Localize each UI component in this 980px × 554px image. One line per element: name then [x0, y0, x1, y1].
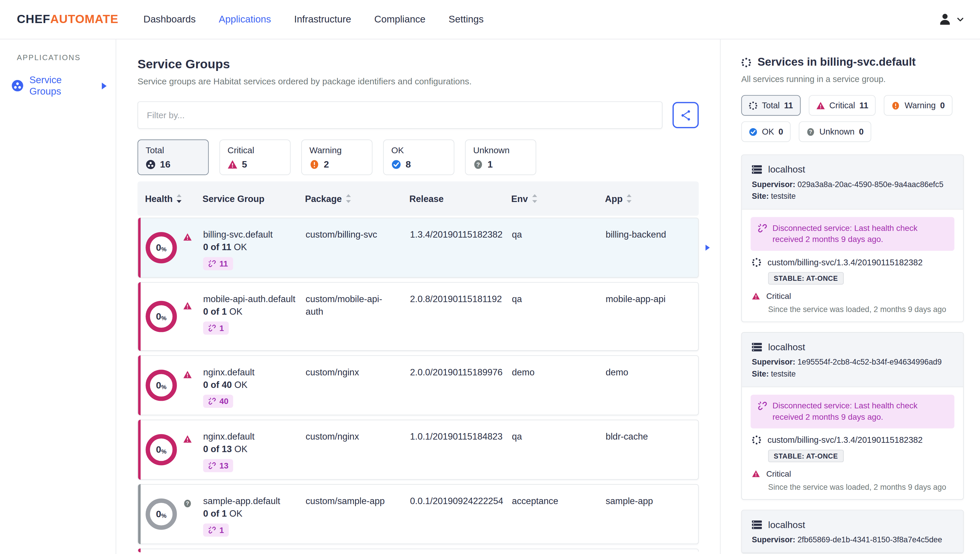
column-header-release[interactable]: Release [409, 193, 511, 203]
sort-icon[interactable] [177, 194, 182, 203]
service-supervisor: Supervisor: 029a3a8a-20ac-4590-850e-9a4a… [752, 180, 953, 189]
broken-link-icon [208, 526, 216, 534]
server-icon [752, 342, 762, 352]
ok-count: 0 of 40 OK [203, 378, 297, 391]
summary-card-ok[interactable]: OK8 [383, 139, 454, 175]
main-content: Service Groups Service groups are Habita… [116, 39, 720, 554]
service-package: custom/billing-svc/1.3.4/20190115182382 [767, 258, 923, 267]
sidebar-item-service-groups[interactable]: Service Groups [0, 71, 116, 101]
service-card[interactable]: localhostSupervisor: 2fb65869-de1b-4341-… [741, 509, 964, 553]
status-pill-row: OK0?Unknown0 [741, 121, 964, 142]
share-button[interactable] [673, 102, 699, 128]
summary-card-unknown[interactable]: Unknown?1 [465, 139, 536, 175]
service-group-row-mobile-api-auth-default[interactable]: 0%mobile-api-auth.default0 of 1 OK1custo… [137, 282, 698, 351]
chef-automate-app: CHEFAUTOMATE DashboardsApplicationsInfra… [0, 0, 980, 554]
summary-card-label: OK [391, 145, 446, 155]
disconnected-count: 13 [220, 461, 228, 469]
service-group-row-billing-svc-default[interactable]: 0%billing-svc.default0 of 11 OK11custom/… [137, 218, 698, 278]
disconnected-badge: 11 [203, 257, 233, 270]
status-pill-total[interactable]: Total11 [741, 95, 800, 116]
critical-icon [183, 434, 192, 443]
broken-link-icon [208, 260, 216, 268]
health-donut: 0% [146, 498, 177, 530]
summary-card-total[interactable]: Total16 [137, 139, 208, 175]
broken-link-icon [208, 324, 216, 332]
column-header-service-group[interactable]: Service Group [202, 193, 305, 203]
service-card-body: Disconnected service: Last health check … [742, 209, 963, 322]
service-card[interactable]: localhostSupervisor: 029a3a8a-20ac-4590-… [741, 155, 964, 322]
summary-card-warning[interactable]: Warning2 [301, 139, 372, 175]
health-cell: 0% [138, 218, 203, 277]
app-cell: demo [606, 356, 698, 415]
column-header-env[interactable]: Env [511, 193, 605, 203]
service-card-header: localhostSupervisor: 1e95554f-2cb8-4c52-… [742, 333, 963, 387]
service-group-name: nginx.default [203, 430, 297, 443]
column-header-health[interactable]: Health [137, 193, 202, 203]
service-package: custom/billing-svc/1.3.4/20190115182382 [767, 435, 923, 445]
pill-label: OK [762, 127, 774, 136]
service-status: Critical [766, 292, 791, 301]
pill-value: 0 [859, 127, 864, 136]
status-pill-critical[interactable]: Critical11 [808, 95, 876, 116]
status-pill-unknown[interactable]: ?Unknown0 [799, 121, 871, 142]
detail-panel: Services in billing-svc.default All serv… [720, 39, 980, 554]
column-header-package[interactable]: Package [305, 193, 409, 203]
service-card[interactable]: localhostSupervisor: 1e95554f-2cb8-4c52-… [741, 332, 964, 500]
column-label: Release [409, 193, 444, 203]
health-percent: 0 [156, 241, 161, 254]
env-cell: demo [512, 356, 606, 415]
person-icon [937, 12, 952, 27]
status-pill-warning[interactable]: Warning0 [884, 95, 952, 116]
page-subtitle: Service groups are Habitat services orde… [137, 76, 698, 86]
brand-logo[interactable]: CHEFAUTOMATE [17, 13, 118, 26]
pill-label: Critical [829, 101, 855, 110]
nav-item-settings[interactable]: Settings [449, 14, 484, 25]
health-percent-sign: % [161, 312, 167, 324]
filter-input[interactable] [137, 101, 662, 129]
disconnected-badge: 40 [203, 394, 233, 408]
row-health-accent [138, 355, 141, 415]
channel-chip: STABLE: AT-ONCE [768, 450, 844, 462]
critical-icon [228, 159, 237, 169]
sidebar-item-label: Service Groups [29, 74, 95, 97]
chevron-down-icon [957, 17, 964, 22]
service-card-header: localhostSupervisor: 2fb65869-de1b-4341-… [742, 511, 963, 553]
nav-item-applications[interactable]: Applications [219, 14, 271, 25]
service-host: localhost [768, 164, 805, 174]
warning-icon [309, 159, 320, 169]
row-health-accent [138, 484, 141, 544]
disconnected-badge: 1 [203, 321, 229, 335]
service-group-row-clipped[interactable] [137, 548, 698, 552]
service-since: Since the service was loaded, 2 months 9… [768, 305, 955, 314]
summary-card-value: 8 [406, 159, 411, 169]
service-site: Site: testsite [752, 192, 953, 201]
selected-row-caret-icon [705, 244, 710, 251]
env-cell: acceptance [512, 485, 606, 543]
status-pill-row: Total11Critical11Warning0 [741, 95, 964, 116]
nav-item-dashboards[interactable]: Dashboards [143, 14, 196, 25]
service-group-row-nginx-default[interactable]: 0%nginx.default0 of 40 OK40custom/nginx2… [137, 355, 698, 415]
service-group-cell: mobile-api-auth.default0 of 1 OK1 [203, 283, 305, 350]
service-group-row-nginx-default[interactable]: 0%nginx.default0 of 13 OK13custom/nginx1… [137, 420, 698, 480]
service-group-row-sample-app-default[interactable]: 0%?sample-app.default0 of 1 OK1custom/sa… [137, 484, 698, 544]
nav-item-compliance[interactable]: Compliance [374, 14, 425, 25]
sort-icon[interactable] [346, 194, 351, 203]
package-cell: custom/nginx [305, 420, 410, 479]
sort-icon[interactable] [627, 194, 632, 203]
svg-text:?: ? [809, 129, 812, 134]
user-menu-button[interactable] [937, 12, 964, 27]
broken-link-icon [208, 397, 216, 406]
package-cell: custom/billing-svc [305, 218, 410, 277]
summary-card-critical[interactable]: Critical5 [220, 139, 291, 175]
sort-icon[interactable] [532, 194, 537, 203]
column-header-app[interactable]: App [605, 193, 698, 203]
health-percent-sign: % [161, 509, 167, 522]
service-group-name: billing-svc.default [203, 228, 297, 241]
summary-cards: Total16Critical5Warning2OK8Unknown?1 [137, 139, 698, 175]
nav-item-infrastructure[interactable]: Infrastructure [294, 14, 351, 25]
health-donut: 0% [146, 370, 177, 401]
ok-count: 0 of 1 OK [203, 507, 297, 520]
service-group-name: mobile-api-auth.default [203, 293, 297, 305]
share-icon [679, 109, 692, 121]
status-pill-ok[interactable]: OK0 [741, 121, 791, 142]
